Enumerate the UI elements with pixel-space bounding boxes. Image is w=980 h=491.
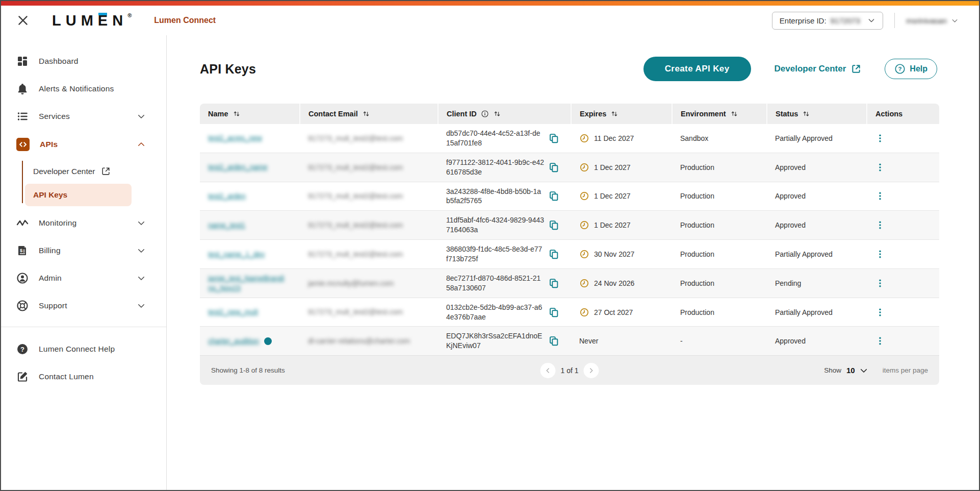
monitoring-pulse-icon xyxy=(16,217,29,229)
sort-icon xyxy=(730,110,738,118)
chevron-down-icon xyxy=(859,366,868,375)
sidebar-item-billing[interactable]: $ Billing xyxy=(1,237,166,264)
info-icon[interactable] xyxy=(481,110,489,118)
column-header-expires[interactable]: Expires xyxy=(571,104,672,124)
copy-icon[interactable] xyxy=(548,133,559,144)
api-key-name-link[interactable]: charter_audition xyxy=(208,336,259,346)
column-header-client-id[interactable]: Client ID xyxy=(438,104,571,124)
contact-email: 917273_mult_test2@test.com xyxy=(308,163,403,172)
contact-email: 917273_mult_test2@test.com xyxy=(308,134,403,143)
svg-text:?: ? xyxy=(20,346,24,353)
copy-icon[interactable] xyxy=(548,249,559,260)
table-row: test_name_1_dev917273_mult_test2@test.co… xyxy=(200,240,939,269)
sidebar-item-lumen-connect-help[interactable]: ? Lumen Connect Help xyxy=(1,335,166,363)
sidebar-item-label: Services xyxy=(39,112,126,121)
help-button[interactable]: ? Help xyxy=(885,59,937,79)
sidebar-item-label: Contact Lumen xyxy=(39,372,152,381)
api-key-name-link[interactable]: jamie_test_NameBrandino_Nov23 xyxy=(208,274,285,293)
table-row: charter_auditiondl-carrier-relations@cha… xyxy=(200,327,939,355)
sidebar-subitem-label: Developer Center xyxy=(33,167,95,176)
sidebar-subitem-developer-center[interactable]: Developer Center xyxy=(1,160,166,183)
row-actions-kebab-icon[interactable] xyxy=(875,162,885,173)
row-actions-kebab-icon[interactable] xyxy=(875,336,885,346)
chevron-down-icon xyxy=(951,17,959,24)
contact-email: 917273_mult_test2@test.com xyxy=(308,307,403,316)
sidebar-item-services[interactable]: Services xyxy=(1,103,166,130)
previous-page-button[interactable] xyxy=(540,363,555,378)
clock-icon xyxy=(579,278,589,288)
code-brackets-icon xyxy=(16,138,30,151)
sidebar-item-apis[interactable]: APIs xyxy=(1,130,166,159)
copy-icon[interactable] xyxy=(548,278,559,289)
row-actions-kebab-icon[interactable] xyxy=(875,133,885,143)
api-key-name-link[interactable]: test2_new_mult xyxy=(208,307,258,317)
row-actions-kebab-icon[interactable] xyxy=(875,249,885,259)
client-id-value: 0132cb2e-5d2b-4b99-ac37-a64e376b7aae xyxy=(446,303,544,322)
column-header-status[interactable]: Status xyxy=(767,104,867,124)
sidebar-item-monitoring[interactable]: Monitoring xyxy=(1,209,166,237)
client-id-value: 3a243288-4f8e-4bd8-b50b-1ab5fa2f5765 xyxy=(446,187,544,206)
environment-value: Production xyxy=(680,221,714,229)
column-header-contact-email[interactable]: Contact Email xyxy=(300,104,438,124)
api-key-name-link[interactable]: test_name_1_dev xyxy=(208,250,265,259)
lifebuoy-icon xyxy=(16,300,29,312)
chevron-down-icon xyxy=(137,112,146,121)
status-value: Pending xyxy=(775,279,801,287)
brand-accent-strip xyxy=(1,1,979,6)
client-id-value: 11df5abf-4fc6-4324-9829-94437164063a xyxy=(446,215,544,235)
copy-icon[interactable] xyxy=(548,219,559,231)
api-key-name-link[interactable]: test2_arden_name xyxy=(208,162,268,172)
api-key-name-link[interactable]: test2_acres_new xyxy=(208,133,262,143)
api-key-name-link[interactable]: name_test1 xyxy=(208,220,245,230)
developer-center-link[interactable]: Developer Center xyxy=(775,64,862,74)
services-list-icon xyxy=(16,110,29,122)
results-count: Showing 1-8 of 8 results xyxy=(211,366,285,374)
status-value: Partially Approved xyxy=(775,134,833,142)
copy-icon[interactable] xyxy=(548,190,559,202)
row-actions-kebab-icon[interactable] xyxy=(875,307,885,317)
environment-value: Production xyxy=(680,163,714,171)
sidebar-item-contact-lumen[interactable]: Contact Lumen xyxy=(1,363,166,390)
menu-close-button[interactable] xyxy=(14,12,32,29)
api-key-name-link[interactable]: test2_arden xyxy=(208,191,246,201)
row-actions-kebab-icon[interactable] xyxy=(875,191,885,201)
items-per-page-label: items per page xyxy=(883,366,928,374)
column-header-name[interactable]: Name xyxy=(200,104,300,124)
main-content: API Keys Create API Key Developer Center… xyxy=(167,35,979,490)
table-row: name_test1917273_mult_test2@test.com11df… xyxy=(200,211,939,240)
expires-date: 1 Dec 2027 xyxy=(594,192,631,200)
question-circle-icon: ? xyxy=(894,63,906,75)
sidebar-item-dashboard[interactable]: Dashboard xyxy=(1,47,166,75)
dashboard-grid-icon xyxy=(16,55,29,67)
sidebar-item-admin[interactable]: Admin xyxy=(1,264,166,292)
sidebar-item-alerts[interactable]: Alerts & Notifications xyxy=(1,75,166,103)
row-actions-kebab-icon[interactable] xyxy=(875,278,885,288)
next-page-button[interactable] xyxy=(584,363,599,378)
environment-value: Production xyxy=(680,308,714,316)
bell-icon xyxy=(16,83,29,95)
developer-center-link-label: Developer Center xyxy=(775,64,846,74)
expires-date: 27 Oct 2027 xyxy=(594,308,633,316)
chevron-up-icon xyxy=(137,140,146,149)
sidebar-subitem-api-keys[interactable]: API Keys xyxy=(25,184,132,206)
user-menu[interactable]: msrinivasan xyxy=(906,16,959,25)
copy-icon[interactable] xyxy=(548,307,559,318)
enterprise-id-select[interactable]: Enterprise ID: 9172073 xyxy=(772,12,883,30)
topbar-divider xyxy=(894,13,895,28)
clock-icon xyxy=(579,220,589,230)
create-api-key-button[interactable]: Create API Key xyxy=(643,57,751,81)
copy-icon[interactable] xyxy=(548,335,559,347)
column-header-environment[interactable]: Environment xyxy=(672,104,767,124)
page-size-select[interactable]: 10 xyxy=(846,366,868,375)
table-row: test2_arden_name917273_mult_test2@test.c… xyxy=(200,153,939,182)
copy-icon[interactable] xyxy=(548,162,559,173)
sidebar-item-label: Monitoring xyxy=(39,218,126,228)
sidebar-item-support[interactable]: Support xyxy=(1,292,166,320)
environment-value: Production xyxy=(680,192,714,200)
environment-value: - xyxy=(680,337,683,345)
expires-date: 11 Dec 2027 xyxy=(594,134,634,142)
app-window: LUMEN® Lumen Connect Enterprise ID: 9172… xyxy=(0,0,980,491)
row-actions-kebab-icon[interactable] xyxy=(875,220,885,230)
info-badge[interactable] xyxy=(264,337,272,345)
column-header-actions: Actions xyxy=(867,104,939,124)
